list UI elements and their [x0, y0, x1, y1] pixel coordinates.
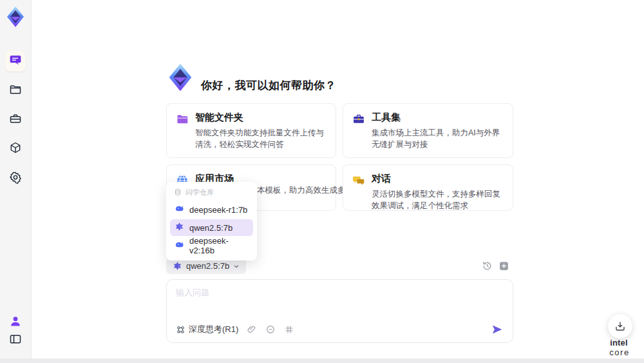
app-logo-icon [4, 5, 27, 28]
model-label: qwen2.5:7b [189, 223, 232, 233]
mention-icon[interactable] [265, 324, 276, 335]
send-icon [490, 322, 504, 337]
card-chat[interactable]: 对话 灵活切换多模型文件，支持多样回复效果调试，满足个性化需求 [343, 164, 513, 211]
composer-toolbar: 深度思考(R1) [176, 324, 294, 335]
database-icon [174, 188, 182, 197]
deepseek-icon [175, 240, 184, 251]
deep-think-toggle[interactable]: 深度思考(R1) [176, 324, 238, 335]
download-icon [614, 320, 626, 332]
card-title: 智能文件夹 [195, 112, 243, 124]
chevron-down-icon [233, 263, 240, 270]
model-label: deepseek-r1:7b [189, 205, 247, 215]
card-smart-folder[interactable]: 智能文件夹 智能文件夹功能支持批量文件上传与清洗，轻松实现文件问答 [166, 103, 336, 158]
briefcase-icon [9, 112, 22, 128]
dropdown-item-deepseek-r1[interactable]: deepseek-r1:7b [170, 201, 253, 218]
intel-logo-text: intel [610, 338, 628, 348]
selected-model-label: qwen2.5:7b [186, 261, 229, 271]
gear-icon [9, 171, 22, 186]
sidebar-item-settings[interactable] [5, 168, 26, 189]
folder-icon [9, 83, 22, 99]
qwen-icon [175, 222, 184, 233]
card-description: 本模板，助力高效生成多 [257, 185, 346, 196]
molecule-icon [176, 325, 185, 335]
card-title: 对话 [372, 173, 391, 185]
history-icon[interactable] [482, 260, 493, 271]
message-input[interactable]: 输入问题 深度思考(R1) [166, 279, 513, 343]
bottom-strip [0, 358, 644, 363]
purple-folder-icon [176, 113, 189, 126]
sidebar-item-chat[interactable] [5, 51, 26, 72]
model-dropdown: 问学仓库 deepseek-r1:7b qwen2.5:7b [166, 182, 257, 260]
model-label: deepseek-v2:16b [189, 236, 249, 255]
toolbox-icon [352, 113, 365, 126]
sidebar-item-toolset[interactable] [5, 110, 26, 130]
input-placeholder: 输入问题 [176, 287, 209, 299]
side-panel-icon [9, 333, 22, 348]
app-window: 你好，我可以如何帮助你？ 智能文件夹 智能文件夹功能支持批量文件上传与清洗，轻松… [0, 0, 644, 363]
card-description: 灵活切换多模型文件，支持多样回复效果调试，满足个性化需求 [372, 188, 505, 211]
session-actions [482, 260, 509, 271]
greeting-title: 你好，我可以如何帮助你？ [201, 78, 336, 93]
grid-icon[interactable] [284, 324, 294, 335]
user-icon [9, 315, 22, 330]
send-button[interactable] [490, 322, 504, 337]
sidebar-item-apps[interactable] [5, 139, 26, 159]
yellow-chat-icon [352, 174, 365, 187]
dropdown-header: 问学仓库 [166, 186, 257, 200]
deep-think-label: 深度思考(R1) [189, 324, 238, 335]
card-toolset[interactable]: 工具集 集成市场上主流工具，助力AI与外界无缝扩展与对接 [343, 103, 513, 158]
card-description: 智能文件夹功能支持批量文件上传与清洗，轻松实现文件问答 [195, 127, 328, 150]
card-title: 工具集 [372, 112, 401, 124]
new-chat-icon[interactable] [498, 260, 509, 271]
download-button[interactable] [608, 314, 632, 338]
qwen-icon [173, 261, 182, 271]
sidebar-item-folders[interactable] [5, 81, 26, 101]
cube-icon [9, 141, 22, 157]
card-description: 集成市场上主流工具，助力AI与外界无缝扩展与对接 [372, 127, 505, 150]
attach-icon[interactable] [247, 324, 257, 335]
dropdown-item-deepseek-v2[interactable]: deepseek-v2:16b [170, 237, 253, 254]
dropdown-item-qwen[interactable]: qwen2.5:7b [170, 219, 253, 236]
core-logo-text: core [609, 348, 629, 357]
chat-bubble-icon [9, 54, 22, 69]
sidebar [0, 0, 32, 363]
deepseek-icon [175, 204, 184, 215]
hero-logo-icon [165, 62, 196, 93]
sidebar-item-collapse[interactable] [5, 330, 26, 351]
dropdown-header-label: 问学仓库 [185, 188, 214, 197]
